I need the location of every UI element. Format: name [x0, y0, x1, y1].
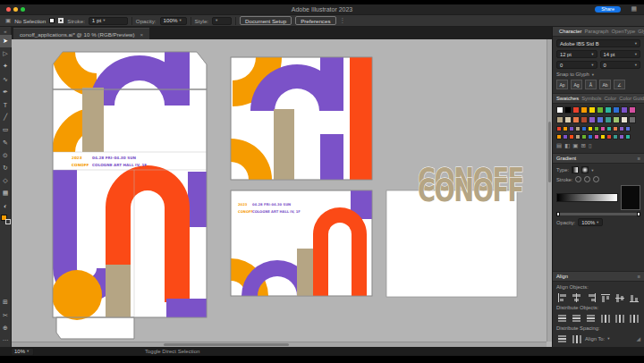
swatch-options-icon[interactable]: ▣ [572, 142, 578, 149]
zoom-select[interactable]: 10% ▾ [11, 348, 34, 356]
align-center-button[interactable] [571, 292, 582, 302]
snap-baseline-button[interactable]: Ā [585, 80, 597, 89]
swatch-chip[interactable] [605, 116, 612, 123]
align-middle-button[interactable] [614, 292, 625, 302]
swatch-chip[interactable] [606, 126, 612, 131]
snap-proximity-button[interactable]: Ab [599, 80, 611, 89]
swatch-chip[interactable] [556, 106, 564, 114]
swatch-chip[interactable] [600, 134, 606, 139]
swatch-chip[interactable] [629, 116, 636, 123]
swatch-chip[interactable] [619, 134, 624, 139]
tab-color[interactable]: Color [604, 96, 616, 101]
workspace-switcher-icon[interactable]: ▦ [631, 5, 637, 13]
fill-swatch[interactable] [49, 18, 55, 23]
stroke-swatch[interactable] [58, 18, 64, 23]
distribute-right-button[interactable] [628, 313, 640, 323]
swatch-chip[interactable] [563, 126, 568, 131]
align-bottom-button[interactable] [628, 292, 640, 302]
more-options-icon[interactable]: ⋮ [340, 17, 346, 24]
close-tab-icon[interactable]: × [140, 31, 144, 38]
swatch-chip[interactable] [594, 134, 599, 139]
distribute-bottom-button[interactable] [585, 313, 597, 323]
swatch-chip[interactable] [588, 126, 593, 131]
swatch-chip[interactable] [572, 106, 580, 114]
swatch-kinds-icon[interactable]: ◧ [564, 142, 570, 149]
swatch-chip[interactable] [589, 106, 596, 114]
vertical-scrollbar[interactable] [547, 39, 552, 342]
panel-resize-grip[interactable]: ◢ [636, 335, 640, 342]
minimize-window-button[interactable] [13, 7, 18, 12]
swatch-chip[interactable] [556, 126, 562, 131]
distribute-hspace-button[interactable] [571, 333, 582, 343]
stroke-color-swatch[interactable] [5, 219, 11, 224]
stroke-weight-input[interactable]: 1 pt ▾ [89, 17, 128, 25]
type-tool-icon[interactable]: T [0, 98, 12, 111]
rectangle-tool-icon[interactable]: ▭ [0, 123, 12, 136]
document-setup-button[interactable]: Document Setup [240, 16, 292, 25]
distribute-vspace-button[interactable] [556, 333, 568, 343]
zoom-tool-icon[interactable]: ⊕ [0, 322, 12, 334]
vertical-scrollbar-thumb[interactable] [548, 122, 551, 182]
snap-angle-guides-button[interactable]: Ap [556, 80, 568, 89]
distribute-top-button[interactable] [556, 313, 568, 323]
artboard-tool-icon[interactable]: ⊞ [0, 296, 12, 308]
kerning-input[interactable]: 0 ▾ [556, 61, 597, 69]
lasso-tool-icon[interactable]: ∿ [0, 73, 12, 86]
leading-input[interactable]: 14 pt ▾ [600, 50, 641, 58]
tab-swatches[interactable]: Swatches [556, 96, 579, 101]
document-tab[interactable]: conoff_applications.ai* @ 10 % (RGB/Prev… [13, 28, 149, 39]
swatch-chip[interactable] [597, 106, 604, 114]
swatch-chip[interactable] [569, 134, 574, 139]
swatch-chip[interactable] [621, 106, 628, 114]
paintbrush-tool-icon[interactable]: ✎ [0, 137, 12, 149]
swatch-chip[interactable] [625, 126, 631, 131]
swatch-chip[interactable] [625, 134, 631, 139]
swatch-chip[interactable] [588, 134, 593, 139]
swatch-chip[interactable] [556, 116, 564, 123]
gradient-stop-end[interactable] [637, 212, 640, 216]
gradient-tool-icon[interactable]: ◐ [0, 199, 12, 212]
share-button[interactable]: Share [595, 6, 621, 13]
panel-menu-icon[interactable]: ≡ [638, 156, 640, 161]
swatch-chip[interactable] [563, 134, 568, 139]
align-left-button[interactable] [556, 292, 568, 302]
stroke-along-icon[interactable] [584, 176, 590, 182]
swatch-chip[interactable] [575, 134, 580, 139]
new-swatch-icon[interactable]: ⊞ [580, 142, 585, 149]
artboard-pattern-top[interactable] [231, 57, 372, 180]
radial-gradient-icon[interactable] [581, 166, 589, 173]
color-well[interactable] [621, 185, 640, 210]
tab-character[interactable]: Character [559, 29, 581, 34]
swatch-chip[interactable] [600, 126, 606, 131]
tab-opentype[interactable]: OpenType [612, 29, 636, 34]
swatch-chip[interactable] [621, 116, 628, 123]
selection-tool-icon[interactable]: ➤ [0, 35, 12, 47]
swatch-chip[interactable] [594, 126, 599, 131]
artboard-dieline[interactable]: 2023 04.28 FRI–04.30 SUN CONOFF COLOGNE … [52, 52, 207, 339]
slice-tool-icon[interactable]: ✂ [0, 308, 12, 321]
align-right-button[interactable] [585, 292, 597, 302]
swatch-chip[interactable] [613, 116, 620, 123]
swatch-chip[interactable] [597, 116, 604, 123]
artboard-pattern-bottom[interactable]: 2023 04.28 FRI–04.30 SUN CONOFF COLOGNE … [231, 190, 372, 296]
distribute-vcenter-button[interactable] [571, 313, 582, 323]
gradient-stop-start[interactable] [556, 212, 560, 216]
zoom-window-button[interactable] [21, 7, 25, 12]
style-dropdown[interactable]: ▾ [212, 17, 232, 25]
swatch-chip[interactable] [569, 126, 574, 131]
rotate-tool-icon[interactable]: ↻ [0, 162, 12, 174]
swatch-chip[interactable] [580, 116, 588, 123]
tab-paragraph[interactable]: Paragraph [584, 29, 608, 34]
scale-tool-icon[interactable]: ◇ [0, 174, 12, 187]
line-tool-icon[interactable]: ╱ [0, 111, 12, 123]
tab-align[interactable]: Align [556, 274, 568, 279]
tab-color-guide[interactable]: Color Guide [619, 96, 644, 101]
swatch-chip[interactable] [572, 116, 580, 123]
delete-swatch-icon[interactable]: ▯ [589, 142, 592, 149]
tab-symbols[interactable]: Symbols [581, 96, 601, 101]
swatch-libraries-icon[interactable]: ▤ [556, 142, 562, 149]
artboard-logo[interactable]: CONOFF CONOFF [386, 160, 523, 297]
swatch-chip[interactable] [605, 106, 612, 114]
panel-menu-icon[interactable]: ≡ [638, 274, 640, 279]
stroke-within-icon[interactable] [575, 176, 581, 182]
